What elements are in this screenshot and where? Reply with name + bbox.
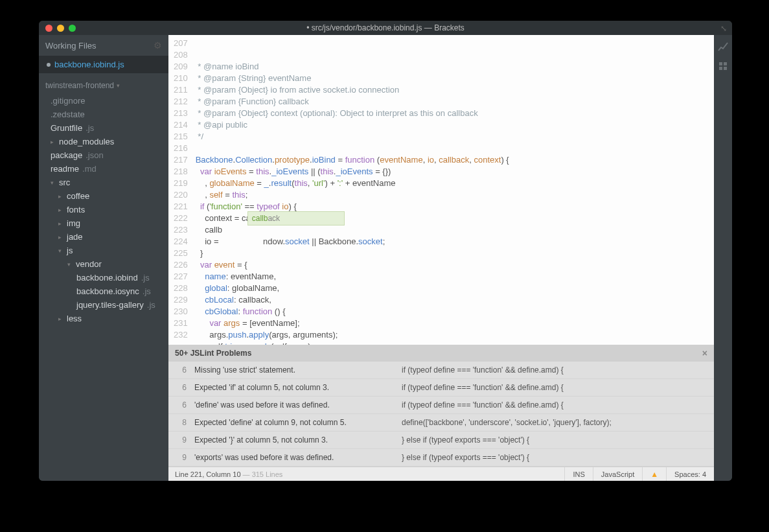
chevron-down-icon: ▾ <box>117 82 122 89</box>
code-hint-popup[interactable]: callback <box>247 211 345 226</box>
svg-rect-0 <box>719 62 722 65</box>
folder-item[interactable]: ▸node_modules <box>39 135 168 148</box>
folder-item[interactable]: ▸img <box>39 216 168 230</box>
svg-rect-3 <box>724 67 727 70</box>
problems-panel: 50+ JSLint Problems × 6Missing 'use stri… <box>168 345 714 467</box>
folder-item[interactable]: ▸coffee <box>39 189 168 203</box>
live-preview-icon[interactable] <box>718 41 728 52</box>
cursor-position: Line 221, Column 10 <box>175 470 241 478</box>
language-mode[interactable]: JavaScript <box>593 467 642 481</box>
close-window-button[interactable] <box>45 25 52 32</box>
problem-row[interactable]: 9'exports' was used before it was define… <box>168 449 714 467</box>
problem-row[interactable]: 6'define' was used before it was defined… <box>168 397 714 414</box>
svg-rect-1 <box>724 62 727 65</box>
problem-row[interactable]: 8Expected 'define' at column 9, not colu… <box>168 414 714 432</box>
titlebar: • src/js/vendor/backbone.iobind.js — Bra… <box>39 21 732 35</box>
sidebar: Working Files ⚙ backbone.iobind.js twins… <box>39 35 168 481</box>
minimize-window-button[interactable] <box>57 25 64 32</box>
folder-item[interactable]: ▾js <box>39 244 168 257</box>
file-item[interactable]: readme.md <box>39 162 168 176</box>
expand-icon[interactable]: ⤡ <box>720 24 727 33</box>
folder-item[interactable]: ▾src <box>39 176 168 189</box>
file-item[interactable]: Gruntfile.js <box>39 121 168 135</box>
file-item[interactable]: backbone.iobind.js <box>39 271 168 284</box>
folder-item[interactable]: ▸jade <box>39 230 168 244</box>
window-title: • src/js/vendor/backbone.iobind.js — Bra… <box>39 23 732 32</box>
lint-status[interactable]: ▲ <box>642 467 666 481</box>
folder-item[interactable]: ▸fonts <box>39 203 168 216</box>
problem-row[interactable]: 6Expected 'if' at column 5, not column 3… <box>168 379 714 397</box>
dirty-dot-icon <box>47 63 51 67</box>
problems-list: 6Missing 'use strict' statement.if (type… <box>168 362 714 467</box>
total-lines: — 315 Lines <box>241 470 283 478</box>
gear-icon[interactable]: ⚙ <box>154 40 162 51</box>
file-tree: .gitignore.zedstateGruntfile.js▸node_mod… <box>39 94 168 481</box>
insert-mode[interactable]: INS <box>564 467 592 481</box>
working-file-name: backbone.iobind.js <box>54 60 124 69</box>
code-area[interactable]: * @name ioBind * @param {String} eventNa… <box>196 35 714 345</box>
right-rail <box>714 35 732 481</box>
folder-item[interactable]: ▾vendor <box>39 257 168 271</box>
code-editor[interactable]: 2072082092102112122132142152162172182192… <box>168 35 714 345</box>
panel-title: 50+ JSLint Problems <box>175 349 251 358</box>
line-gutter: 2072082092102112122132142152162172182192… <box>168 35 196 345</box>
folder-item[interactable]: ▸less <box>39 312 168 325</box>
warning-icon: ▲ <box>650 470 658 479</box>
working-file-tab[interactable]: backbone.iobind.js <box>39 56 168 73</box>
working-files-label: Working Files <box>45 41 97 51</box>
file-item[interactable]: jquery.tiles-gallery.js <box>39 298 168 312</box>
problem-row[interactable]: 6Missing 'use strict' statement.if (type… <box>168 362 714 379</box>
statusbar: Line 221, Column 10 — 315 Lines INS Java… <box>168 467 714 481</box>
svg-rect-2 <box>719 67 722 70</box>
problem-row[interactable]: 9Expected '}' at column 5, not column 3.… <box>168 432 714 449</box>
file-item[interactable]: package.json <box>39 148 168 162</box>
file-item[interactable]: .gitignore <box>39 94 168 108</box>
project-header[interactable]: twinstream-frontend ▾ <box>39 73 168 94</box>
close-icon[interactable]: × <box>702 348 707 358</box>
zoom-window-button[interactable] <box>69 25 76 32</box>
indent-mode[interactable]: Spaces: 4 <box>666 467 714 481</box>
file-item[interactable]: .zedstate <box>39 108 168 121</box>
extensions-icon[interactable] <box>718 61 728 71</box>
app-window: • src/js/vendor/backbone.iobind.js — Bra… <box>39 21 732 481</box>
file-item[interactable]: backbone.iosync.js <box>39 284 168 298</box>
